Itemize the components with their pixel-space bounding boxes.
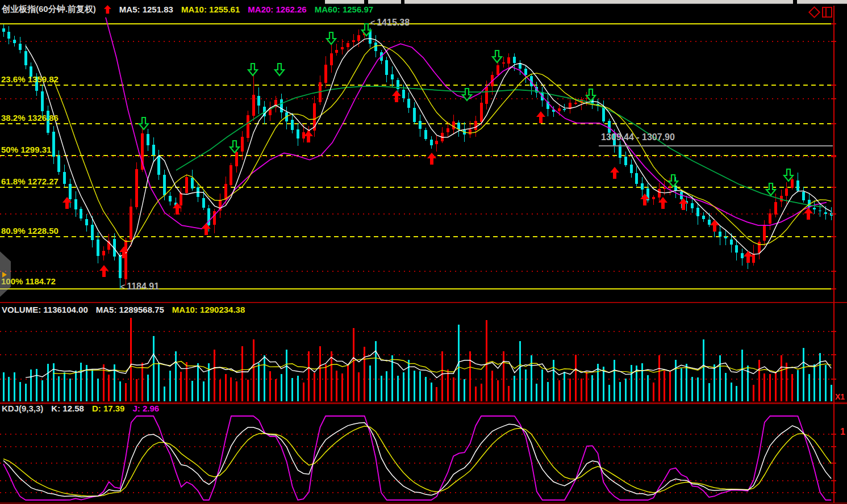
fib-label: 23.6% 1359.82 [1,74,59,84]
diamond-icon[interactable] [809,7,819,17]
kdj-value: KDJ(9,3,3) [2,404,43,413]
volume-value: MA5: 1289568.75 [96,305,164,314]
fib-label: 50% 1299.31 [1,145,51,154]
instrument-title: 创业板指(60分钟.前复权) [2,4,96,15]
ma-value: MA10: 1255.61 [181,5,240,14]
volume-value: VOLUME: 1136104.00 [2,305,88,314]
chart-canvas[interactable] [0,0,847,504]
trading-app-window: 创业板指(60分钟.前复权) MA5: 1251.83MA10: 1255.61… [0,0,847,504]
fib-label: 80.9% 1228.50 [1,226,59,236]
price-range-annotation: 1309.44 - 1307.90 [601,132,675,142]
window-controls [807,6,835,19]
kdj-value: K: 12.58 [51,404,84,413]
kdj-scale-label-clipped: 1 [840,427,845,437]
split-window-icon[interactable] [823,7,832,17]
ma-value: MA5: 1251.83 [119,5,173,14]
expand-right-icon [2,272,7,278]
fib-label: 38.2% 1326.86 [1,113,59,123]
kdj-value: D: 17.39 [92,404,125,413]
toolbar-edge-segment [404,0,793,4]
low-price-annotation: <1184.91 [120,282,159,292]
kdj-header: KDJ(9,3,3)K: 12.58D: 17.39J: 2.96 [2,404,159,413]
pointer-left-icon: < [120,282,125,291]
main-chart-header: 创业板指(60分钟.前复权) MA5: 1251.83MA10: 1255.61… [2,4,373,15]
kdj-value: J: 2.96 [132,404,159,413]
peak-price-annotation: <1415.38 [370,18,410,28]
toolbar-edge-segment [325,0,364,4]
ma-value: MA60: 1256.97 [315,5,373,14]
volume-header: VOLUME: 1136104.00MA5: 1289568.75MA10: 1… [2,305,245,314]
volume-value: MA10: 1290234.38 [172,305,245,314]
ma-value: MA20: 1262.26 [248,5,306,14]
toolbar-edge-segment [797,0,847,4]
pointer-left-icon: < [370,18,375,27]
toolbar-edge-segment [368,0,401,4]
volume-multiplier-label: X1 [835,392,845,401]
up-arrow-icon [104,5,111,14]
fib-label: 61.8% 1272.27 [1,177,59,186]
ma-values: MA5: 1251.83MA10: 1255.61MA20: 1262.26MA… [119,5,373,14]
